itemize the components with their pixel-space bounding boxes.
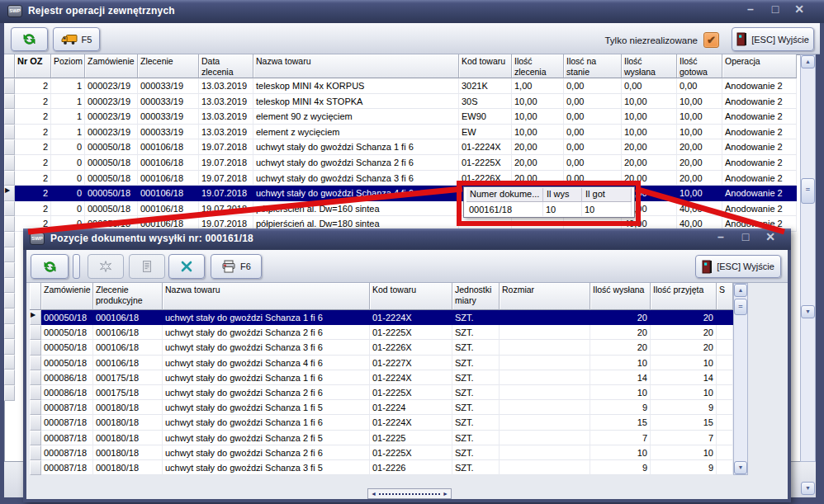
row-selector[interactable] xyxy=(4,139,15,155)
cell[interactable]: 01-2225X xyxy=(370,325,452,340)
cell[interactable]: uchwyt stały do gwoździ Schanza 2 fi 6 xyxy=(163,325,370,340)
cell[interactable]: 1 xyxy=(51,109,85,125)
cell[interactable] xyxy=(500,385,590,400)
maximize-icon[interactable]: □ xyxy=(735,230,756,243)
cell[interactable]: 01-2225 xyxy=(370,431,452,445)
cell[interactable]: 20,00 xyxy=(677,171,722,186)
refresh-button[interactable] xyxy=(11,27,48,51)
column-header[interactable]: Ilość gotowa xyxy=(677,54,722,78)
cell[interactable]: 000023/19 xyxy=(85,78,138,94)
cell[interactable]: 0 xyxy=(51,201,85,217)
cell[interactable] xyxy=(717,385,733,400)
cell[interactable]: 2 xyxy=(15,139,51,155)
cell[interactable] xyxy=(717,325,733,340)
row-selector[interactable] xyxy=(30,385,41,400)
cell[interactable]: 10 xyxy=(590,445,651,460)
edit-document-button[interactable] xyxy=(129,254,165,279)
cell[interactable]: 20,00 xyxy=(622,139,677,155)
cell[interactable]: 9 xyxy=(590,460,651,475)
window1-scrollbar-track[interactable] xyxy=(800,54,816,462)
cell[interactable]: 000086/18 xyxy=(41,370,93,385)
cell[interactable]: 0,00 xyxy=(564,94,622,110)
cell[interactable]: 10,00 xyxy=(512,109,564,125)
cell[interactable]: 000106/18 xyxy=(138,171,199,186)
column-header[interactable]: Operacja xyxy=(722,54,797,78)
cell[interactable]: 01-2225X xyxy=(370,445,452,460)
cell[interactable]: 000180/18 xyxy=(93,460,163,475)
cell[interactable]: 000106/18 xyxy=(93,325,163,340)
cell[interactable]: 20 xyxy=(590,325,651,340)
cell[interactable]: 19.07.2018 xyxy=(199,186,253,201)
cell[interactable]: 13.03.2019 xyxy=(199,94,253,110)
cell[interactable]: 0 xyxy=(51,186,85,201)
scrollbar-down-icon[interactable]: ▼ xyxy=(801,305,815,318)
cell[interactable]: 10,00 xyxy=(677,186,722,201)
refresh-button[interactable] xyxy=(31,254,69,279)
column-header[interactable]: Ilość wysłana xyxy=(590,283,651,310)
column-header[interactable]: S xyxy=(717,283,733,310)
shipment-f5-button[interactable]: F5 xyxy=(53,27,100,51)
cell[interactable]: 15 xyxy=(590,415,651,430)
row-selector[interactable] xyxy=(30,431,41,445)
column-header[interactable]: Ilość przyjęta xyxy=(651,283,717,310)
row-selector[interactable] xyxy=(30,356,41,370)
window2-scrollbar-thumb[interactable]: = xyxy=(734,299,747,315)
cell[interactable]: 000180/18 xyxy=(93,431,163,445)
cell[interactable] xyxy=(500,325,590,340)
cell[interactable]: SZT. xyxy=(452,385,500,400)
cell[interactable]: 7 xyxy=(651,431,717,445)
cell[interactable]: 000033/19 xyxy=(138,94,199,110)
cell[interactable]: 10,00 xyxy=(677,94,722,110)
cell[interactable]: 9 xyxy=(651,460,717,475)
row-selector[interactable]: ▶ xyxy=(4,186,15,201)
cell[interactable]: 9 xyxy=(651,400,717,415)
cell[interactable] xyxy=(717,445,733,460)
column-header[interactable]: Zamówienie xyxy=(85,54,138,78)
cell[interactable]: SZT. xyxy=(452,310,500,325)
cell[interactable]: 0,00 xyxy=(564,109,622,125)
row-selector[interactable] xyxy=(4,171,15,186)
cell[interactable]: uchwyt stały do gwoździ Schanza 1 fi 6 xyxy=(163,415,370,430)
row-selector[interactable] xyxy=(30,325,41,340)
cell[interactable]: 2 xyxy=(15,78,51,94)
cell[interactable] xyxy=(717,340,733,355)
cell[interactable]: EW xyxy=(459,125,512,140)
cell[interactable]: 000087/18 xyxy=(41,431,93,445)
cell[interactable]: 000175/18 xyxy=(93,385,163,400)
row-selector[interactable] xyxy=(30,415,41,430)
cell[interactable]: 20 xyxy=(651,310,717,325)
cell[interactable]: 2 xyxy=(15,171,51,186)
row-selector[interactable] xyxy=(30,370,41,385)
cell[interactable]: 01-2224X xyxy=(370,310,452,325)
column-header[interactable]: Zamówienie xyxy=(41,283,93,310)
cell[interactable]: 000023/19 xyxy=(85,109,138,125)
cell[interactable]: uchwyt stały do gwoździ Schanza 1 fi 5 xyxy=(163,400,370,415)
cell[interactable]: Anodowanie 2 xyxy=(722,78,797,94)
cell[interactable]: 10 xyxy=(590,385,651,400)
cell[interactable]: 10 xyxy=(590,356,651,370)
cell[interactable]: 000180/18 xyxy=(93,445,163,460)
cell[interactable]: 20 xyxy=(590,310,651,325)
cell[interactable]: 19.07.2018 xyxy=(199,155,253,171)
cell[interactable]: 7 xyxy=(590,431,651,445)
row-selector[interactable] xyxy=(4,94,15,110)
cell[interactable]: 13.03.2019 xyxy=(199,109,253,125)
scrollbar-down-icon[interactable]: ▼ xyxy=(801,482,815,495)
column-header[interactable]: Poziom xyxy=(51,54,85,78)
cell[interactable]: 000033/19 xyxy=(138,125,199,140)
row-selector[interactable] xyxy=(30,340,41,355)
cell[interactable]: uchwyt stały do gwoździ Schanza 2 fi 6 xyxy=(163,385,370,400)
scrollbar-up-icon[interactable]: ▲ xyxy=(801,55,815,68)
cell[interactable]: 0,00 xyxy=(564,78,622,94)
window2-titlebar[interactable]: SWP Pozycje dokumentu wysyłki nr: 000161… xyxy=(23,228,791,250)
row-selector[interactable] xyxy=(4,155,15,171)
cell[interactable]: 000050/18 xyxy=(85,201,138,217)
column-header[interactable]: Nazwa towaru xyxy=(253,54,459,78)
cell[interactable]: SZT. xyxy=(452,431,500,445)
cell[interactable] xyxy=(500,356,590,370)
cell[interactable]: 000087/18 xyxy=(41,460,93,475)
cell[interactable]: 000023/19 xyxy=(85,125,138,140)
cell[interactable]: Anodowanie 2 xyxy=(722,125,797,140)
minimize-icon[interactable]: – xyxy=(710,230,732,243)
add-item-button[interactable] xyxy=(88,254,124,279)
